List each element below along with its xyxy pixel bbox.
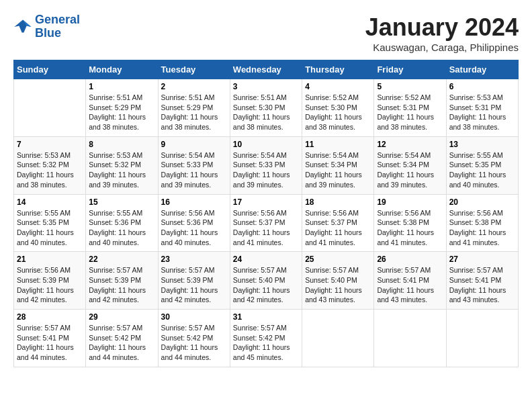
calendar-week-row: 1Sunrise: 5:51 AMSunset: 5:29 PMDaylight… bbox=[14, 79, 519, 137]
calendar-cell: 24Sunrise: 5:57 AMSunset: 5:40 PMDayligh… bbox=[230, 252, 302, 310]
calendar-cell bbox=[446, 310, 518, 367]
cell-info: Sunrise: 5:54 AMSunset: 5:34 PMDaylight:… bbox=[305, 150, 371, 190]
header-day: Wednesday bbox=[230, 60, 302, 79]
calendar-cell: 28Sunrise: 5:57 AMSunset: 5:41 PMDayligh… bbox=[14, 310, 86, 367]
calendar-cell: 11Sunrise: 5:54 AMSunset: 5:34 PMDayligh… bbox=[302, 136, 374, 194]
cell-info: Sunrise: 5:55 AMSunset: 5:35 PMDaylight:… bbox=[17, 208, 83, 248]
calendar-cell: 9Sunrise: 5:54 AMSunset: 5:33 PMDaylight… bbox=[158, 136, 230, 194]
cell-info: Sunrise: 5:51 AMSunset: 5:30 PMDaylight:… bbox=[233, 93, 299, 132]
calendar-cell: 8Sunrise: 5:53 AMSunset: 5:32 PMDaylight… bbox=[86, 136, 158, 194]
calendar-cell: 22Sunrise: 5:57 AMSunset: 5:39 PMDayligh… bbox=[86, 252, 158, 310]
calendar-cell: 4Sunrise: 5:52 AMSunset: 5:30 PMDaylight… bbox=[302, 79, 374, 137]
cell-info: Sunrise: 5:57 AMSunset: 5:41 PMDaylight:… bbox=[17, 323, 83, 363]
calendar-cell: 10Sunrise: 5:54 AMSunset: 5:33 PMDayligh… bbox=[230, 136, 302, 194]
header-day: Monday bbox=[86, 60, 158, 79]
cell-info: Sunrise: 5:54 AMSunset: 5:33 PMDaylight:… bbox=[161, 150, 227, 190]
day-number: 19 bbox=[377, 197, 443, 207]
header-day: Thursday bbox=[302, 60, 374, 79]
day-number: 20 bbox=[449, 197, 515, 207]
cell-info: Sunrise: 5:52 AMSunset: 5:31 PMDaylight:… bbox=[377, 93, 443, 132]
day-number: 9 bbox=[161, 140, 227, 149]
cell-info: Sunrise: 5:54 AMSunset: 5:34 PMDaylight:… bbox=[377, 150, 443, 190]
cell-info: Sunrise: 5:57 AMSunset: 5:40 PMDaylight:… bbox=[305, 265, 371, 305]
cell-info: Sunrise: 5:55 AMSunset: 5:35 PMDaylight:… bbox=[449, 150, 515, 190]
calendar-cell bbox=[302, 310, 374, 367]
day-number: 13 bbox=[449, 140, 515, 149]
cell-info: Sunrise: 5:57 AMSunset: 5:41 PMDaylight:… bbox=[377, 265, 443, 305]
day-number: 28 bbox=[17, 312, 83, 322]
calendar-cell: 20Sunrise: 5:56 AMSunset: 5:38 PMDayligh… bbox=[446, 194, 518, 252]
calendar-cell: 25Sunrise: 5:57 AMSunset: 5:40 PMDayligh… bbox=[302, 252, 374, 310]
header-day: Sunday bbox=[14, 60, 86, 79]
page-header: General Blue January 2024 Kauswagan, Car… bbox=[13, 13, 519, 53]
header-day: Friday bbox=[374, 60, 446, 79]
calendar-cell: 6Sunrise: 5:53 AMSunset: 5:31 PMDaylight… bbox=[446, 79, 518, 137]
location: Kauswagan, Caraga, Philippines bbox=[365, 42, 519, 53]
calendar-cell: 3Sunrise: 5:51 AMSunset: 5:30 PMDaylight… bbox=[230, 79, 302, 137]
logo-icon bbox=[13, 17, 32, 36]
header-day: Tuesday bbox=[158, 60, 230, 79]
cell-info: Sunrise: 5:55 AMSunset: 5:36 PMDaylight:… bbox=[89, 208, 154, 248]
day-number: 15 bbox=[89, 197, 154, 207]
cell-info: Sunrise: 5:53 AMSunset: 5:31 PMDaylight:… bbox=[449, 93, 515, 132]
day-number: 4 bbox=[305, 82, 371, 91]
cell-info: Sunrise: 5:56 AMSunset: 5:39 PMDaylight:… bbox=[17, 265, 83, 305]
cell-info: Sunrise: 5:52 AMSunset: 5:30 PMDaylight:… bbox=[305, 93, 371, 132]
calendar-cell: 13Sunrise: 5:55 AMSunset: 5:35 PMDayligh… bbox=[446, 136, 518, 194]
calendar-cell bbox=[14, 79, 86, 137]
calendar-week-row: 21Sunrise: 5:56 AMSunset: 5:39 PMDayligh… bbox=[14, 252, 519, 310]
day-number: 17 bbox=[233, 197, 299, 207]
day-number: 26 bbox=[377, 255, 443, 264]
calendar-cell: 2Sunrise: 5:51 AMSunset: 5:29 PMDaylight… bbox=[158, 79, 230, 137]
month-title: January 2024 bbox=[365, 13, 519, 42]
day-number: 29 bbox=[89, 312, 154, 322]
day-number: 2 bbox=[161, 82, 227, 91]
day-number: 16 bbox=[161, 197, 227, 207]
cell-info: Sunrise: 5:57 AMSunset: 5:39 PMDaylight:… bbox=[89, 265, 154, 305]
cell-info: Sunrise: 5:51 AMSunset: 5:29 PMDaylight:… bbox=[89, 93, 154, 132]
logo: General Blue bbox=[13, 13, 80, 40]
calendar-cell: 23Sunrise: 5:57 AMSunset: 5:39 PMDayligh… bbox=[158, 252, 230, 310]
day-number: 5 bbox=[377, 82, 443, 91]
calendar-cell: 19Sunrise: 5:56 AMSunset: 5:38 PMDayligh… bbox=[374, 194, 446, 252]
day-number: 25 bbox=[305, 255, 371, 264]
day-number: 1 bbox=[89, 82, 154, 91]
calendar-cell bbox=[374, 310, 446, 367]
cell-info: Sunrise: 5:56 AMSunset: 5:38 PMDaylight:… bbox=[377, 208, 443, 248]
calendar-cell: 14Sunrise: 5:55 AMSunset: 5:35 PMDayligh… bbox=[14, 194, 86, 252]
day-number: 14 bbox=[17, 197, 83, 207]
day-number: 27 bbox=[449, 255, 515, 264]
calendar-cell: 15Sunrise: 5:55 AMSunset: 5:36 PMDayligh… bbox=[86, 194, 158, 252]
cell-info: Sunrise: 5:57 AMSunset: 5:39 PMDaylight:… bbox=[161, 265, 227, 305]
logo-text: General Blue bbox=[35, 13, 80, 40]
calendar-cell: 18Sunrise: 5:56 AMSunset: 5:37 PMDayligh… bbox=[302, 194, 374, 252]
cell-info: Sunrise: 5:56 AMSunset: 5:37 PMDaylight:… bbox=[305, 208, 371, 248]
cell-info: Sunrise: 5:53 AMSunset: 5:32 PMDaylight:… bbox=[89, 150, 154, 190]
calendar-cell: 17Sunrise: 5:56 AMSunset: 5:37 PMDayligh… bbox=[230, 194, 302, 252]
calendar-cell: 5Sunrise: 5:52 AMSunset: 5:31 PMDaylight… bbox=[374, 79, 446, 137]
day-number: 18 bbox=[305, 197, 371, 207]
cell-info: Sunrise: 5:56 AMSunset: 5:36 PMDaylight:… bbox=[161, 208, 227, 248]
title-block: January 2024 Kauswagan, Caraga, Philippi… bbox=[365, 13, 519, 53]
day-number: 24 bbox=[233, 255, 299, 264]
header-day: Saturday bbox=[446, 60, 518, 79]
cell-info: Sunrise: 5:56 AMSunset: 5:37 PMDaylight:… bbox=[233, 208, 299, 248]
day-number: 7 bbox=[17, 140, 83, 149]
day-number: 3 bbox=[233, 82, 299, 91]
cell-info: Sunrise: 5:57 AMSunset: 5:42 PMDaylight:… bbox=[89, 323, 154, 363]
day-number: 23 bbox=[161, 255, 227, 264]
day-number: 11 bbox=[305, 140, 371, 149]
calendar-cell: 27Sunrise: 5:57 AMSunset: 5:41 PMDayligh… bbox=[446, 252, 518, 310]
calendar-cell: 7Sunrise: 5:53 AMSunset: 5:32 PMDaylight… bbox=[14, 136, 86, 194]
day-number: 31 bbox=[233, 312, 299, 322]
cell-info: Sunrise: 5:54 AMSunset: 5:33 PMDaylight:… bbox=[233, 150, 299, 190]
calendar-cell: 21Sunrise: 5:56 AMSunset: 5:39 PMDayligh… bbox=[14, 252, 86, 310]
calendar-cell: 12Sunrise: 5:54 AMSunset: 5:34 PMDayligh… bbox=[374, 136, 446, 194]
cell-info: Sunrise: 5:53 AMSunset: 5:32 PMDaylight:… bbox=[17, 150, 83, 190]
day-number: 10 bbox=[233, 140, 299, 149]
cell-info: Sunrise: 5:57 AMSunset: 5:41 PMDaylight:… bbox=[449, 265, 515, 305]
calendar-cell: 1Sunrise: 5:51 AMSunset: 5:29 PMDaylight… bbox=[86, 79, 158, 137]
cell-info: Sunrise: 5:56 AMSunset: 5:38 PMDaylight:… bbox=[449, 208, 515, 248]
calendar-table: SundayMondayTuesdayWednesdayThursdayFrid… bbox=[13, 60, 519, 367]
calendar-cell: 26Sunrise: 5:57 AMSunset: 5:41 PMDayligh… bbox=[374, 252, 446, 310]
